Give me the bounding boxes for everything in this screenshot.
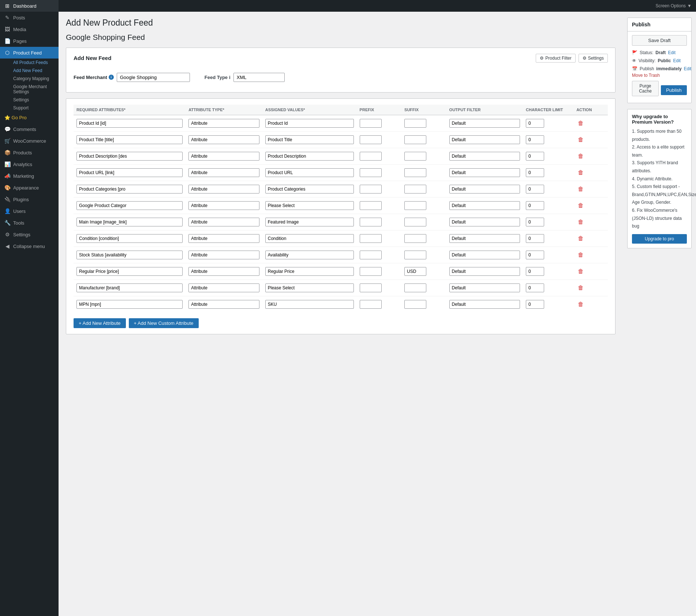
sidebar-sub-category-mapping[interactable]: Category Mapping [0,75,59,83]
settings-button[interactable]: ⚙ Settings [579,54,608,63]
assigned-value-select-11[interactable]: SKU [265,300,354,309]
attr-type-select-11[interactable]: Attribute [188,300,259,309]
delete-row-button-11[interactable]: 🗑 [576,300,585,308]
sidebar-item-collapse[interactable]: ◀ Collapse menu [0,240,59,252]
prefix-input-8[interactable] [360,251,382,259]
output-filter-select-6[interactable]: Default [449,218,520,226]
char-limit-input-10[interactable] [526,283,544,292]
sidebar-sub-support[interactable]: Support [0,104,59,112]
product-filter-button[interactable]: ⚙ Product Filter [536,54,575,63]
delete-row-button-5[interactable]: 🗑 [576,202,585,210]
char-limit-input-4[interactable] [526,185,544,194]
assigned-value-select-4[interactable]: Product Categories [265,185,354,194]
delete-row-button-7[interactable]: 🗑 [576,234,585,243]
sidebar-item-comments[interactable]: 💬 Comments [0,123,59,135]
required-attr-select-5[interactable]: Google Product Categor [76,201,183,210]
prefix-input-11[interactable] [360,300,382,309]
add-new-attribute-button[interactable]: + Add New Attribute [74,318,126,328]
attr-type-select-2[interactable]: Attribute [188,152,259,161]
required-attr-select-11[interactable]: MPN [mpn] [76,300,183,309]
visibility-edit-link[interactable]: Edit [673,58,681,63]
prefix-input-5[interactable] [360,201,382,210]
prefix-input-3[interactable] [360,168,382,177]
sidebar-item-analytics[interactable]: 📊 Analytics [0,158,59,170]
assigned-value-select-6[interactable]: Featured Image [265,218,354,226]
sidebar-sub-add-new[interactable]: Add New Feed [0,67,59,75]
assigned-value-select-3[interactable]: Product URL [265,168,354,177]
status-edit-link[interactable]: Edit [668,50,676,55]
attr-type-select-7[interactable]: Attribute [188,234,259,243]
required-attr-select-7[interactable]: Condition [condition] [76,234,183,243]
suffix-input-2[interactable] [404,152,426,161]
prefix-input-1[interactable] [360,135,382,144]
purge-cache-button[interactable]: Purge Cache [632,81,659,96]
char-limit-input-1[interactable] [526,135,544,144]
required-attr-select-10[interactable]: Manufacturer [brand] [76,283,183,292]
sidebar-item-pages[interactable]: 📄 Pages [0,35,59,47]
char-limit-input-2[interactable] [526,152,544,161]
output-filter-select-8[interactable]: Default [449,251,520,259]
attr-type-select-10[interactable]: Attribute [188,283,259,292]
output-filter-select-9[interactable]: Default [449,267,520,276]
output-filter-select-2[interactable]: Default [449,152,520,161]
move-to-trash-link[interactable]: Move to Trash [632,73,687,78]
delete-row-button-10[interactable]: 🗑 [576,284,585,292]
merchant-info-icon[interactable]: i [109,75,114,80]
prefix-input-9[interactable] [360,267,382,276]
delete-row-button-6[interactable]: 🗑 [576,218,585,226]
output-filter-select-10[interactable]: Default [449,283,520,292]
attr-type-select-4[interactable]: Attribute [188,185,259,194]
delete-row-button-9[interactable]: 🗑 [576,267,585,275]
delete-row-button-8[interactable]: 🗑 [576,251,585,259]
sidebar-item-settings[interactable]: ⚙ Settings [0,229,59,240]
attr-type-select-8[interactable]: Attribute [188,251,259,259]
suffix-input-8[interactable] [404,251,426,259]
required-attr-select-0[interactable]: Product Id [id] [76,119,183,128]
sidebar-item-products[interactable]: 📦 Products [0,147,59,158]
upgrade-to-pro-button[interactable]: Upgrade to pro [632,234,687,244]
output-filter-select-3[interactable]: Default [449,168,520,177]
delete-row-button-1[interactable]: 🗑 [576,136,585,144]
output-filter-select-5[interactable]: Default [449,201,520,210]
assigned-value-select-9[interactable]: Regular Price [265,267,354,276]
output-filter-select-11[interactable]: Default [449,300,520,309]
output-filter-select-7[interactable]: Default [449,234,520,243]
assigned-value-select-8[interactable]: Availability [265,251,354,259]
char-limit-input-11[interactable] [526,300,544,309]
suffix-input-9[interactable] [404,267,426,276]
prefix-input-2[interactable] [360,152,382,161]
suffix-input-0[interactable] [404,119,426,128]
char-limit-input-8[interactable] [526,251,544,259]
assigned-value-select-0[interactable]: Product Id [265,119,354,128]
char-limit-input-6[interactable] [526,218,544,226]
prefix-input-7[interactable] [360,234,382,243]
publish-button[interactable]: Publish [661,85,687,95]
suffix-input-1[interactable] [404,135,426,144]
output-filter-select-4[interactable]: Default [449,185,520,194]
suffix-input-3[interactable] [404,168,426,177]
suffix-input-5[interactable] [404,201,426,210]
sidebar-item-go-pro[interactable]: ⭐ Go Pro [0,112,59,123]
sidebar-item-woocommerce[interactable]: 🛒 WooCommerce [0,135,59,147]
required-attr-select-6[interactable]: Main Image [image_link] [76,218,183,226]
feed-type-info-icon[interactable]: i [229,75,231,80]
publish-edit-link[interactable]: Edit [684,66,692,71]
feed-type-select[interactable]: XML CSV TSV [233,73,285,82]
char-limit-input-9[interactable] [526,267,544,276]
required-attr-select-9[interactable]: Regular Price [price] [76,267,183,276]
assigned-value-select-2[interactable]: Product Description [265,152,354,161]
save-draft-button[interactable]: Save Draft [632,35,687,46]
char-limit-input-7[interactable] [526,234,544,243]
screen-options-button[interactable]: Screen Options ▼ [655,3,692,8]
sidebar-sub-google-merchant[interactable]: Google Merchant Settings [0,83,59,96]
assigned-value-select-5[interactable]: Please Select [265,201,354,210]
required-attr-select-8[interactable]: Stock Status [availability [76,251,183,259]
char-limit-input-3[interactable] [526,168,544,177]
attr-type-select-6[interactable]: Attribute [188,218,259,226]
suffix-input-4[interactable] [404,185,426,194]
attr-type-select-1[interactable]: Attribute [188,135,259,144]
prefix-input-10[interactable] [360,283,382,292]
attr-type-select-5[interactable]: Attribute [188,201,259,210]
sidebar-item-posts[interactable]: ✎ Posts [0,12,59,23]
output-filter-select-0[interactable]: Default [449,119,520,128]
